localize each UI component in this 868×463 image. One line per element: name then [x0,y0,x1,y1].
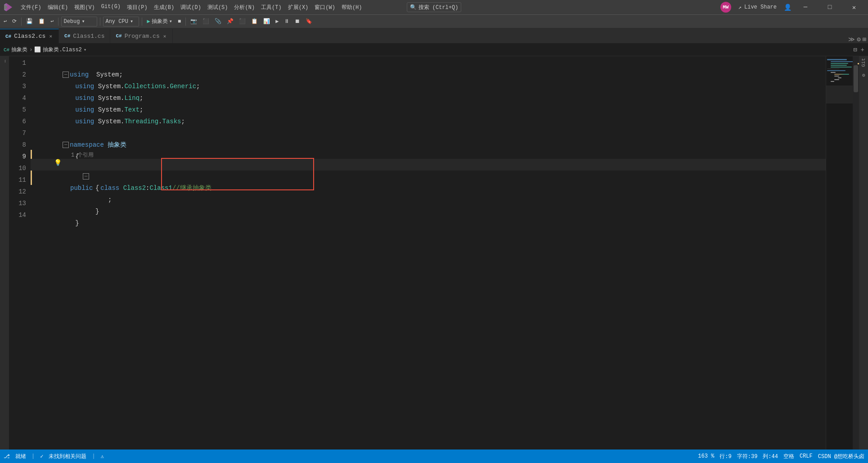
menu-window[interactable]: 窗口(W) [312,3,338,12]
breadcrumb-class-arrow[interactable]: ▾ [84,47,87,53]
codelens-line-9: 1 个引用 [31,151,826,159]
vs-logo-icon [4,3,13,12]
toolbar-save-btn[interactable]: 💾 [24,17,35,27]
line-numbers: 1 2 3 4 5 6 7 8 9 10 11 12 13 14 [9,56,31,450]
lightbulb-icon[interactable]: 💡 [54,159,62,166]
menu-extensions[interactable]: 扩展(X) [285,3,311,12]
toolbar-bookmark-btn[interactable]: 🔖 [304,17,314,27]
avatar[interactable]: MW [720,2,731,13]
code-line-10: { [31,171,826,182]
breadcrumb-collapse-icon[interactable]: ⊟ [853,46,857,54]
live-share-button[interactable]: ↗ Live Share [735,3,780,12]
status-problems[interactable]: 未找到相关问题 [49,453,86,460]
project-name-label: 抽象类 [152,18,168,25]
title-bar-right: MW ↗ Live Share 👤 ─ □ ✕ [720,0,864,14]
gutter-icon-1: ─ [2,60,7,63]
toolbar-icon-2[interactable]: ⬛ [201,17,211,27]
status-row: 行:9 [720,453,731,460]
menu-debug[interactable]: 调试(D) [178,3,204,12]
toolbar-sep-2 [58,18,58,26]
linenum-5: 5 [9,104,26,116]
code-line-7: ─namespace 抽象类 [31,127,826,139]
tab-class1-label: Class1.cs [73,33,104,40]
status-encoding[interactable]: CRLF [800,453,813,459]
menu-help[interactable]: 帮助(H) [339,3,365,12]
close-button[interactable]: ✕ [844,0,864,14]
toolbar-sep-3 [100,18,100,26]
status-spaces[interactable]: 空格 [783,453,794,460]
scroll-marker-change [858,63,859,64]
menu-git[interactable]: Git(G) [99,3,123,12]
tab-program-icon: C# [116,33,121,39]
menu-file[interactable]: 文件(F) [18,3,44,12]
platform-dropdown[interactable]: Any CPU ▾ [103,17,139,27]
search-box[interactable]: 🔍 搜索 (Ctrl+Q) [407,2,462,12]
linenum-1: 1 [9,57,26,69]
status-ready: 就绪 [15,453,26,460]
editor-area: 1 2 3 4 5 6 7 8 9 10 11 12 13 14 ─using … [9,56,859,450]
toolbar-sep-1 [21,18,22,26]
toolbar: ↩ ⟳ 💾 📋 ↩ Debug ▾ Any CPU ▾ ▶ 抽象类 ▾ ■ 📷 … [0,14,868,28]
title-bar: 文件(F) 编辑(E) 视图(V) Git(G) 项目(P) 生成(B) 调试(… [0,0,868,14]
menu-test[interactable]: 测试(S) [205,3,231,12]
search-placeholder: 搜索 (Ctrl+Q) [418,4,459,11]
status-left: ⎇ 就绪 | ✓ 未找到相关问题 | ⚠ [4,453,104,460]
tab-class2-close[interactable]: ✕ [48,33,53,40]
breadcrumb-class-icon: ⬜ [34,46,41,53]
tab-class1[interactable]: C# Class1.cs [59,29,110,43]
scrollbar-thumb[interactable] [854,65,858,92]
left-gutter: ─ [0,56,9,450]
tab-settings-icon[interactable]: ⚙ [857,36,860,43]
title-bar-left: 文件(F) 编辑(E) 视图(V) Git(G) 项目(P) 生成(B) 调试(… [4,3,365,12]
toolbar-icon-8[interactable]: ▶ [274,17,280,27]
breadcrumb-namespace: C# 抽象类 [4,46,27,54]
toolbar-icon-6[interactable]: 📋 [249,17,260,27]
menu-analyze[interactable]: 分析(N) [231,3,257,12]
toolbar-icon-4[interactable]: 📌 [225,17,235,27]
status-zoom[interactable]: 163 % [698,453,714,459]
code-area[interactable]: ─using System; using System.Collections.… [31,56,826,450]
tab-program[interactable]: C# Program.cs ✕ [110,29,173,43]
toolbar-back-btn[interactable]: ⟳ [10,17,18,27]
menu-view[interactable]: 视图(V) [72,3,98,12]
tab-split-icon[interactable]: ⊞ [863,36,866,43]
menu-edit[interactable]: 编辑(E) [45,3,71,12]
toolbar-icon-3[interactable]: 📎 [213,17,223,27]
code-line-2: using System.Collections.Generic; [31,69,826,81]
menu-build[interactable]: 生成(B) [151,3,177,12]
debug-config-dropdown[interactable]: Debug ▾ [61,17,97,27]
code-line-1: ─using System; [31,57,826,69]
tab-overflow-icon[interactable]: ≫ [848,36,855,43]
toolbar-extra-btn[interactable]: ■ [176,17,183,27]
toolbar-icon-10[interactable]: ⏹ [293,17,302,27]
toolbar-icon-1[interactable]: 📷 [189,17,199,27]
menu-project[interactable]: 项目(P) [124,3,150,12]
tab-bar: C# Class2.cs ✕ C# Class1.cs C# Program.c… [0,28,868,44]
code-line-11: ; [31,182,826,194]
restore-button[interactable]: □ [819,0,840,14]
tab-class2[interactable]: C# Class2.cs ✕ [0,29,59,43]
menu-tools[interactable]: 工具(T) [258,3,284,12]
linenum-11: 11 [9,174,26,186]
right-sidebar-icon-1[interactable]: Git [861,58,866,67]
toolbar-icon-5[interactable]: ⬛ [237,17,247,27]
toolbar-undo-btn[interactable]: ↩ [49,17,55,27]
status-right: 163 % 行:9 字符:39 列:44 空格 CRLF CSDN @想吃桥头卤 [698,453,864,460]
tab-program-close[interactable]: ✕ [162,33,167,40]
status-branch-icon: ⎇ [4,453,10,460]
minimize-button[interactable]: ─ [795,0,816,14]
refs-count[interactable]: 1 个引用 [71,151,94,159]
right-sidebar-icon-2[interactable]: ⚙ [861,72,867,78]
status-separator-1: | [31,453,35,459]
tab-program-label: Program.cs [125,33,160,40]
toolbar-save-all-btn[interactable]: 📋 [36,17,47,27]
toolbar-icon-9[interactable]: ⏸ [282,17,291,27]
breadcrumb-add-icon[interactable]: + [861,46,864,54]
status-attribution: CSDN @想吃桥头卤 [818,453,864,460]
toolbar-icon-7[interactable]: 📊 [261,17,272,27]
toolbar-run-btn[interactable]: ↩ [2,17,9,27]
debug-config-arrow: ▾ [81,18,85,25]
vertical-scrollbar[interactable] [853,56,859,450]
start-debug-btn[interactable]: ▶ 抽象类 ▾ [145,17,174,27]
platform-arrow: ▾ [130,18,133,25]
